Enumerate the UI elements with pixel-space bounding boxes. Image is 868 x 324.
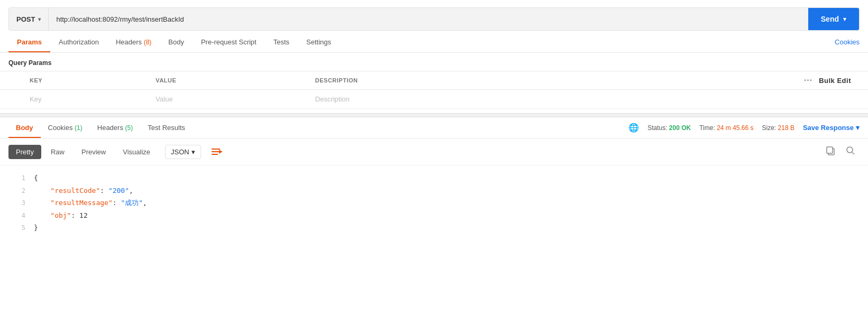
request-tabs: Params Authorization Headers (8) Body Pr… bbox=[8, 32, 340, 52]
line-num-4: 4 bbox=[8, 210, 25, 222]
cookies-link[interactable]: Cookies bbox=[835, 32, 860, 52]
json-key-resultmessage: "resultMessage" bbox=[50, 199, 112, 207]
query-params-label: Query Params bbox=[0, 53, 868, 71]
tab-pre-request-label: Pre-request Script bbox=[201, 38, 257, 46]
json-key-obj: "obj" bbox=[50, 211, 71, 219]
response-tab-body-label: Body bbox=[16, 124, 33, 132]
json-line-5: 5 } bbox=[8, 221, 860, 234]
key-placeholder[interactable]: Key bbox=[21, 90, 147, 109]
params-placeholder-row: Key Value Description bbox=[0, 90, 868, 109]
col-description-header: DESCRIPTION bbox=[307, 71, 560, 90]
response-meta: 🌐 Status: 200 OK Time: 24 m 45.66 s Size… bbox=[628, 123, 860, 133]
value-placeholder[interactable]: Value bbox=[147, 90, 306, 109]
format-row: Pretty Raw Preview Visualize JSON ▾ bbox=[0, 138, 868, 165]
size-value: 218 B bbox=[778, 124, 794, 132]
json-key-resultcode: "resultCode" bbox=[50, 187, 100, 195]
save-response-chevron-icon: ▾ bbox=[856, 124, 860, 132]
format-btn-pretty[interactable]: Pretty bbox=[8, 145, 41, 159]
response-tab-body[interactable]: Body bbox=[8, 117, 41, 138]
json-val-resultmessage: "成功" bbox=[121, 199, 143, 207]
col-value-header: VALUE bbox=[147, 71, 306, 90]
url-input[interactable] bbox=[49, 8, 808, 30]
line-num-2: 2 bbox=[8, 186, 25, 197]
json-format-selector[interactable]: JSON ▾ bbox=[165, 145, 201, 159]
tab-authorization-label: Authorization bbox=[59, 38, 99, 46]
tab-body-label: Body bbox=[168, 38, 184, 46]
json-viewer: 1 { 2 "resultCode": "200", 3 "resultMess… bbox=[0, 165, 868, 240]
status-label: Status: 200 OK bbox=[647, 124, 691, 132]
response-tabs-row: Body Cookies (1) Headers (5) Test Result… bbox=[0, 117, 868, 138]
format-btn-visualize[interactable]: Visualize bbox=[115, 145, 158, 159]
copy-button[interactable] bbox=[821, 144, 839, 160]
json-format-chevron-icon: ▾ bbox=[191, 148, 195, 156]
wrap-button[interactable] bbox=[206, 144, 227, 159]
method-label: POST bbox=[16, 15, 35, 23]
tab-params[interactable]: Params bbox=[8, 32, 50, 52]
response-tabs: Body Cookies (1) Headers (5) Test Result… bbox=[8, 117, 193, 138]
wrap-icon bbox=[212, 147, 222, 156]
json-line-2: 2 "resultCode": "200", bbox=[8, 184, 860, 197]
copy-icon bbox=[826, 146, 835, 155]
line-num-5: 5 bbox=[8, 223, 25, 234]
response-tab-test-results[interactable]: Test Results bbox=[140, 117, 193, 138]
section-divider bbox=[0, 113, 868, 117]
tab-headers-label: Headers bbox=[116, 38, 142, 46]
tab-tests[interactable]: Tests bbox=[265, 32, 298, 52]
tab-pre-request-script[interactable]: Pre-request Script bbox=[193, 32, 265, 52]
tab-settings-label: Settings bbox=[306, 38, 331, 46]
col-key-header: KEY bbox=[21, 71, 147, 90]
row-actions bbox=[560, 90, 868, 109]
url-bar: POST ▾ Send ▾ bbox=[8, 7, 860, 31]
save-response-button[interactable]: Save Response ▾ bbox=[803, 124, 860, 132]
tab-params-label: Params bbox=[17, 38, 42, 46]
send-button[interactable]: Send ▾ bbox=[808, 8, 859, 30]
svg-line-6 bbox=[852, 152, 854, 154]
bulk-edit-button[interactable]: Bulk Edit bbox=[819, 77, 851, 85]
format-btn-raw[interactable]: Raw bbox=[43, 145, 72, 159]
time-value: 24 m 45.66 s bbox=[717, 124, 753, 132]
method-selector[interactable]: POST ▾ bbox=[9, 8, 49, 30]
response-tab-test-results-label: Test Results bbox=[148, 124, 185, 132]
svg-rect-4 bbox=[827, 147, 833, 153]
time-label: Time: 24 m 45.66 s bbox=[699, 124, 753, 132]
description-placeholder[interactable]: Description bbox=[307, 90, 560, 109]
size-label: Size: 218 B bbox=[762, 124, 794, 132]
search-icon bbox=[846, 146, 855, 155]
tab-headers-badge: (8) bbox=[144, 39, 152, 46]
json-format-label: JSON bbox=[171, 148, 189, 156]
json-val-resultcode: "200" bbox=[108, 187, 129, 195]
more-options-icon[interactable]: ··· bbox=[804, 76, 812, 85]
response-tab-cookies-badge: (1) bbox=[75, 124, 83, 132]
json-close-brace: } bbox=[34, 221, 38, 234]
response-tab-headers-badge: (5) bbox=[125, 124, 133, 132]
json-val-obj: 12 bbox=[79, 211, 88, 219]
format-btn-preview[interactable]: Preview bbox=[74, 145, 113, 159]
response-tab-headers-label: Headers bbox=[97, 124, 123, 132]
col-checkbox bbox=[0, 71, 21, 90]
request-tabs-row: Params Authorization Headers (8) Body Pr… bbox=[0, 32, 868, 53]
response-tab-cookies[interactable]: Cookies (1) bbox=[41, 117, 90, 138]
method-chevron-icon: ▾ bbox=[38, 16, 41, 22]
response-section: Body Cookies (1) Headers (5) Test Result… bbox=[0, 117, 868, 240]
response-tab-cookies-label: Cookies bbox=[48, 124, 73, 132]
tab-authorization[interactable]: Authorization bbox=[50, 32, 107, 52]
json-line-4: 4 "obj": 12 bbox=[8, 209, 860, 222]
row-checkbox bbox=[0, 90, 21, 109]
svg-point-5 bbox=[847, 147, 853, 153]
line-num-1: 1 bbox=[8, 173, 25, 184]
tab-headers[interactable]: Headers (8) bbox=[107, 32, 160, 52]
status-value: 200 OK bbox=[669, 124, 691, 132]
send-chevron-icon: ▾ bbox=[843, 16, 846, 23]
tab-body[interactable]: Body bbox=[160, 32, 193, 52]
bulk-edit-header: ··· Bulk Edit bbox=[560, 71, 868, 90]
globe-icon: 🌐 bbox=[628, 123, 639, 133]
json-line-1: 1 { bbox=[8, 172, 860, 184]
search-button[interactable] bbox=[842, 144, 860, 160]
json-open-brace: { bbox=[34, 172, 38, 184]
tab-tests-label: Tests bbox=[273, 38, 289, 46]
line-num-3: 3 bbox=[8, 198, 25, 209]
tab-settings[interactable]: Settings bbox=[298, 32, 340, 52]
response-tab-headers[interactable]: Headers (5) bbox=[90, 117, 140, 138]
json-line-3: 3 "resultMessage": "成功", bbox=[8, 197, 860, 209]
params-table: KEY VALUE DESCRIPTION ··· Bulk Edit Key … bbox=[0, 71, 868, 109]
